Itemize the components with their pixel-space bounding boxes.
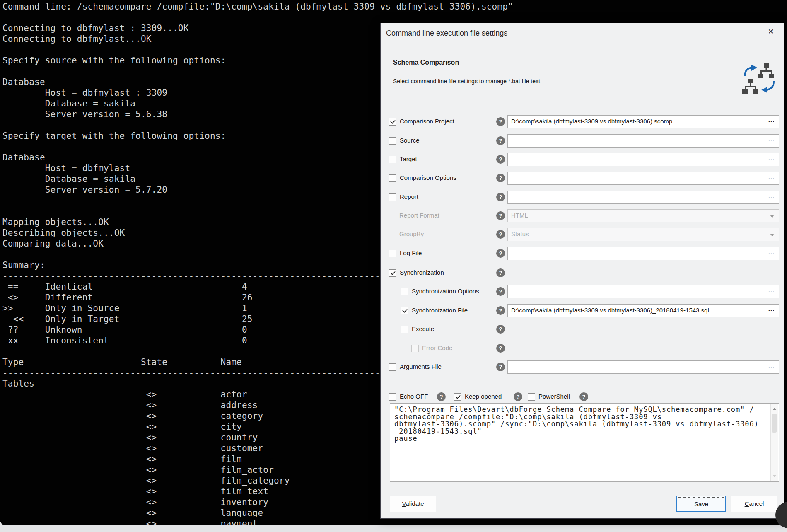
browse-button[interactable]: … <box>768 248 775 256</box>
scroll-up-icon[interactable] <box>773 408 777 410</box>
comparison-options-label: Comparison Options <box>400 174 456 181</box>
report-field[interactable]: … <box>507 191 779 204</box>
help-icon[interactable]: ? <box>496 155 505 164</box>
help-icon[interactable]: ? <box>496 363 505 371</box>
row-error-code: Error Code ? <box>381 339 785 358</box>
browse-button[interactable]: … <box>768 116 775 124</box>
row-groupby: GroupBy ? Status <box>381 225 785 244</box>
help-icon[interactable]: ? <box>514 392 522 401</box>
help-icon[interactable]: ? <box>496 268 505 277</box>
save-button[interactable]: Save <box>676 496 726 512</box>
row-source: Source ? … <box>381 132 785 150</box>
log-file-label: Log File <box>400 249 422 256</box>
arguments-file-label: Arguments File <box>400 363 442 370</box>
chevron-down-icon <box>770 215 774 218</box>
synchronization-options-checkbox[interactable] <box>401 288 408 295</box>
error-code-checkbox <box>411 345 419 352</box>
footer-divider <box>381 490 784 490</box>
target-field[interactable]: … <box>507 153 779 166</box>
source-checkbox[interactable] <box>389 137 396 145</box>
groupby-select: Status <box>507 228 779 241</box>
row-comparison-project: Comparison Project ? D:\comp\sakila (dbf… <box>381 113 785 131</box>
synchronization-options-label: Synchronization Options <box>412 288 479 295</box>
bat-file-text-area[interactable]: "C:\Program Files\Devart\dbForge Schema … <box>390 403 779 482</box>
error-code-label: Error Code <box>422 344 452 351</box>
row-report: Report ? … <box>381 188 785 206</box>
echo-off-label: Echo OFF <box>400 393 428 400</box>
help-icon[interactable]: ? <box>496 287 505 296</box>
help-icon[interactable]: ? <box>496 325 505 334</box>
target-label: Target <box>400 155 417 162</box>
synchronization-checkbox[interactable] <box>389 269 396 277</box>
comparison-project-checkbox[interactable] <box>389 118 396 126</box>
row-synchronization: Synchronization ? <box>381 264 785 282</box>
help-icon[interactable]: ? <box>496 230 505 239</box>
arguments-file-checkbox[interactable] <box>389 363 396 371</box>
echo-off-checkbox[interactable] <box>389 393 396 401</box>
scrollbar-thumb[interactable] <box>772 414 777 433</box>
cancel-button[interactable]: Cancel <box>731 496 777 512</box>
row-target: Target ? … <box>381 150 785 169</box>
row-log-file: Log File ? … <box>381 244 785 263</box>
powershell-checkbox[interactable] <box>528 393 535 401</box>
target-checkbox[interactable] <box>389 156 396 163</box>
log-file-checkbox[interactable] <box>389 250 396 257</box>
section-subtitle: Select command line file settings to man… <box>393 78 540 85</box>
help-icon[interactable]: ? <box>496 211 505 220</box>
row-arguments-file: Arguments File ? … <box>381 358 785 376</box>
comparison-options-checkbox[interactable] <box>389 174 396 182</box>
close-icon[interactable]: ✕ <box>766 27 775 37</box>
synchronization-file-label: Synchronization File <box>412 307 468 314</box>
comparison-options-field[interactable]: … <box>507 172 779 185</box>
chevron-down-icon <box>770 234 774 236</box>
help-icon[interactable]: ? <box>496 344 505 353</box>
report-format-select: HTML <box>507 209 779 222</box>
validate-button[interactable]: Validate <box>390 496 436 512</box>
synchronization-file-field[interactable]: D:\comp\sakila (dbfmylast-3309 vs dbfmyl… <box>507 304 779 317</box>
scroll-down-icon[interactable] <box>773 475 777 477</box>
report-checkbox[interactable] <box>389 193 396 201</box>
keep-opened-checkbox[interactable] <box>454 393 461 401</box>
log-file-field[interactable]: … <box>507 247 779 260</box>
row-comparison-options: Comparison Options ? … <box>381 169 785 187</box>
dialog-title: Command line execution file settings <box>386 29 507 38</box>
execute-checkbox[interactable] <box>401 326 408 333</box>
browse-button[interactable]: … <box>768 305 775 313</box>
browse-button[interactable]: … <box>768 192 775 199</box>
source-label: Source <box>400 137 420 144</box>
browse-button[interactable]: … <box>768 135 775 143</box>
browse-button[interactable]: … <box>768 173 775 180</box>
keep-opened-label: Keep opened <box>465 393 502 400</box>
help-icon[interactable]: ? <box>437 392 446 401</box>
browse-button[interactable]: … <box>768 362 775 369</box>
help-icon[interactable]: ? <box>579 392 588 401</box>
help-icon[interactable]: ? <box>496 249 505 258</box>
comparison-project-label: Comparison Project <box>400 118 454 125</box>
row-execute: Execute ? <box>381 320 785 339</box>
synchronization-file-checkbox[interactable] <box>401 307 408 314</box>
browse-button[interactable]: … <box>768 286 775 294</box>
scrollbar[interactable] <box>770 404 778 481</box>
comparison-project-field[interactable]: D:\comp\sakila (dbfmylast-3309 vs dbfmyl… <box>507 115 779 128</box>
browse-button[interactable]: … <box>768 154 775 162</box>
help-icon[interactable]: ? <box>496 117 505 126</box>
synchronization-options-field[interactable]: … <box>507 285 779 298</box>
arguments-file-field[interactable]: … <box>507 360 779 374</box>
groupby-label: GroupBy <box>399 230 424 237</box>
help-icon[interactable]: ? <box>496 306 505 315</box>
screen: Command line: /schemacompare /compfile:"… <box>0 0 787 532</box>
row-report-format: Report Format ? HTML <box>381 207 785 225</box>
report-format-label: Report Format <box>399 212 439 219</box>
section-title: Schema Comparison <box>393 59 459 66</box>
execute-label: Execute <box>412 325 434 332</box>
help-icon[interactable]: ? <box>496 174 505 182</box>
command-line-settings-dialog: Command line execution file settings ✕ S… <box>380 23 784 519</box>
report-label: Report <box>400 193 418 200</box>
source-field[interactable]: … <box>507 134 779 148</box>
row-synchronization-file: Synchronization File ? D:\comp\sakila (d… <box>381 302 785 320</box>
schema-comparison-icon <box>741 61 777 96</box>
help-icon[interactable]: ? <box>496 193 505 201</box>
help-icon[interactable]: ? <box>496 136 505 145</box>
row-synchronization-options: Synchronization Options ? … <box>381 283 785 301</box>
synchronization-label: Synchronization <box>400 269 444 276</box>
